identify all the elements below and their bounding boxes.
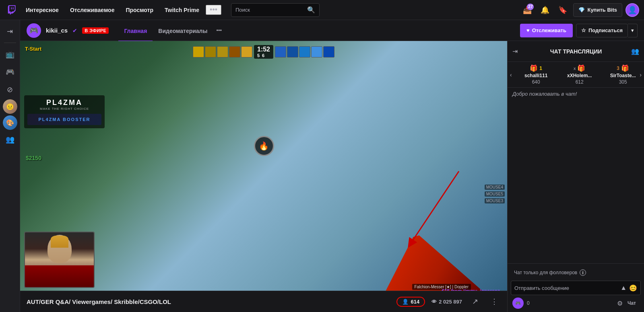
viewer-icon: 👤 [402, 299, 409, 305]
subscribe-group: ☆ Подписаться ▾ [576, 24, 638, 37]
chat-points-area: 🎮 0 [512, 298, 530, 309]
notifications-button[interactable]: 🔔 [538, 3, 552, 17]
subscribe-button[interactable]: ☆ Подписаться [576, 24, 628, 37]
chat-tab-button[interactable]: Чат [624, 299, 639, 308]
eye-icon: 👁 [431, 299, 437, 305]
sidebar-avatar-1[interactable]: 😐 [3, 99, 17, 114]
gifter-item-2: x 🎁 xXHolem... 612 [559, 64, 600, 85]
subscribe-dropdown-button[interactable]: ▾ [628, 24, 638, 37]
chat-settings-button[interactable]: ⚙ [617, 300, 623, 307]
video-info-bar: AUT/GER Q&A/ Viewergames/ Skribble/CSGO/… [20, 291, 507, 312]
total-views-value: 2 025 897 [439, 299, 462, 305]
chat-header: ⇥ ЧАТ ТРАНСЛЯЦИИ 👥 [508, 41, 644, 62]
gifter-rank-x-label: x [574, 66, 576, 71]
gift-icon-3: 🎁 [621, 64, 629, 72]
buy-bits-button[interactable]: 💎 Купить Bits [573, 3, 622, 17]
sidebar-collapse-button[interactable]: ⇥ [2, 23, 18, 39]
gift-icon-1: 🎁 [530, 64, 538, 72]
sidebar-target-button[interactable]: ⊘ [2, 82, 18, 98]
gifter-count-1: 640 [532, 79, 540, 85]
inbox-button[interactable]: 📥 27 [520, 3, 535, 17]
verified-icon: ✔ [72, 27, 77, 34]
gifters-prev-button[interactable]: ‹ [508, 62, 514, 87]
gifter-top-1: 🎁 1 [530, 64, 542, 72]
stream-stats: 👤 614 👁 2 025 897 ↗ ⋮ [396, 295, 501, 308]
viewer-count: 👤 614 [396, 297, 425, 307]
gifters-list: 🎁 1 schalli111 640 x [514, 62, 638, 87]
chat-user-avatar: 🎮 [512, 298, 524, 309]
more-options-button[interactable]: ⋮ [488, 295, 501, 308]
user-avatar[interactable]: 👤 [625, 3, 639, 17]
chat-users-button[interactable]: 👥 [631, 47, 639, 55]
content-area: 🎮 kikii_cs ✔ В ЭФИРЕ Главная Видеоматери… [20, 20, 644, 312]
search-input[interactable] [235, 7, 305, 13]
search-icon: 🔍 [307, 6, 315, 14]
gifter-top-3: 3 🎁 [617, 64, 629, 72]
chat-emoji-button[interactable]: 😊 [629, 284, 637, 292]
tab-more[interactable]: ••• [213, 20, 225, 41]
share-button[interactable]: ↗ [469, 295, 481, 308]
video-container[interactable]: T-Start 1:52 5 [20, 41, 507, 312]
chat-actions-right: ⚙ Чат [617, 299, 639, 308]
channel-header: 🎮 kikii_cs ✔ В ЭФИРЕ Главная Видеоматери… [20, 20, 644, 41]
heart-icon: ♥ [526, 27, 530, 33]
channel-name: kikii_cs [46, 27, 68, 34]
video-chat-area: T-Start 1:52 5 [20, 41, 644, 312]
gifter-top-2: x 🎁 [574, 64, 586, 72]
follow-button[interactable]: ♥ Отслеживать [520, 24, 573, 37]
info-icon[interactable]: i [580, 269, 586, 276]
tab-videos[interactable]: Видеоматериалы [153, 21, 213, 42]
live-badge: В ЭФИРЕ [82, 27, 109, 34]
chat-welcome-message: Добро пожаловать в чат! [512, 91, 639, 97]
chat-collapse-button[interactable]: ⇥ [512, 47, 518, 55]
chat-bottom-row: 🎮 0 ⚙ Чат [511, 298, 641, 309]
sidebar-avatar-2[interactable]: 🎨 [3, 115, 17, 130]
tab-main[interactable]: Главная [118, 21, 153, 42]
chat-send-button[interactable]: ▲ [620, 284, 627, 291]
chat-footer: Чат только для фолловеров i ▲ 😊 🎮 0 [508, 263, 644, 312]
gifter-count-2: 612 [576, 79, 584, 85]
gifters-section: ‹ 🎁 1 schalli111 640 [508, 62, 644, 88]
left-sidebar: ⇥ 📺 🎮 ⊘ 😐 🎨 👥 [0, 20, 20, 312]
twitch-logo[interactable] [5, 3, 19, 17]
gifters-next-button[interactable]: › [637, 62, 644, 87]
nav-interesting[interactable]: Интересное [21, 0, 64, 20]
star-icon: ☆ [581, 27, 586, 33]
sidebar-divider [4, 43, 16, 43]
main-layout: ⇥ 📺 🎮 ⊘ 😐 🎨 👥 🎮 kikii_cs ✔ В ЭФИРЕ Главн… [0, 20, 644, 312]
gifter-name-1: schalli111 [524, 73, 547, 78]
bookmarks-button[interactable]: 🔖 [555, 3, 570, 17]
gift-icon-2: 🎁 [577, 64, 585, 72]
top-navigation: Интересное Отслеживаемое Просмотр Twitch… [0, 0, 644, 20]
stream-title: AUT/GER Q&A/ Viewergames/ Skribble/CSGO/… [27, 298, 392, 305]
follow-label: Отслеживать [532, 27, 566, 33]
gifter-item-3: 3 🎁 SirToaste... 305 [603, 64, 638, 85]
chat-input[interactable] [514, 285, 618, 291]
gifter-item-1: 🎁 1 schalli111 640 [516, 64, 556, 85]
notification-badge: 27 [527, 4, 534, 10]
sidebar-game-button[interactable]: 🎮 [2, 64, 18, 80]
nav-right-actions: 📥 27 🔔 🔖 💎 Купить Bits 👤 [520, 3, 639, 17]
nav-twitch-prime[interactable]: Twitch Prime [160, 0, 204, 20]
chat-title: ЧАТ ТРАНСЛЯЦИИ [521, 48, 631, 55]
subscribe-label: Подписаться [588, 27, 623, 33]
nav-following[interactable]: Отслеживаемое [65, 0, 120, 20]
follower-only-text: Чат только для фолловеров [514, 270, 577, 275]
chat-panel: ⇥ ЧАТ ТРАНСЛЯЦИИ 👥 ‹ 🎁 1 [507, 41, 644, 312]
nav-browse[interactable]: Просмотр [121, 0, 158, 20]
channel-avatar: 🎮 [27, 23, 41, 38]
sidebar-browse-button[interactable]: 📺 [2, 46, 18, 62]
gifter-rank-1: 1 [539, 66, 542, 71]
channel-actions: ♥ Отслеживать ☆ Подписаться ▾ [520, 24, 638, 37]
chat-input-row: ▲ 😊 [511, 281, 641, 295]
chat-point-count: 0 [527, 300, 530, 306]
follower-only-banner: Чат только для фолловеров i [511, 267, 641, 278]
gifter-name-3: SirToaste... [610, 73, 636, 78]
gifter-name-2: xXHolem... [567, 73, 592, 78]
search-bar: 🔍 [231, 3, 320, 17]
total-views: 👁 2 025 897 [431, 299, 462, 305]
nav-more-button[interactable]: ••• [206, 5, 221, 15]
sidebar-friends-button[interactable]: 👥 [2, 131, 18, 148]
channel-tabs: Главная Видеоматериалы ••• [118, 20, 225, 41]
chat-messages[interactable]: Добро пожаловать в чат! [508, 88, 644, 263]
